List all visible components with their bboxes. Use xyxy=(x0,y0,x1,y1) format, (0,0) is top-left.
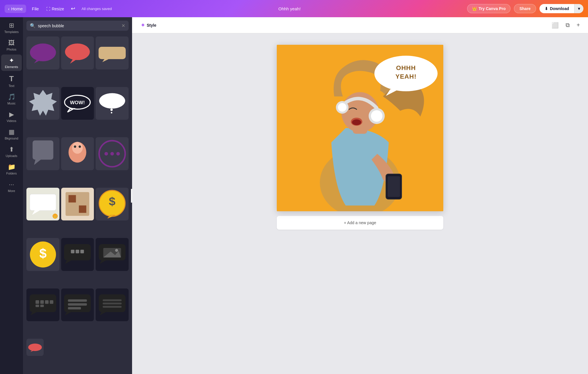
uploads-icon: ⬆ xyxy=(9,146,14,153)
sidebar-item-uploads[interactable]: ⬆ Uploads xyxy=(1,144,22,160)
svg-rect-37 xyxy=(71,250,74,253)
sidebar-item-elements-label: Elements xyxy=(5,65,18,69)
style-button[interactable]: ✦ Style xyxy=(138,20,159,30)
sidebar-item-photos-label: Photos xyxy=(7,48,16,51)
sidebar-item-more[interactable]: ··· More xyxy=(1,179,22,195)
elements-panel: 🔍 ✕ xyxy=(23,17,132,374)
svg-point-17 xyxy=(74,145,76,148)
panel-search-area: 🔍 ✕ xyxy=(23,17,132,34)
svg-rect-48 xyxy=(40,300,44,304)
add-page-button[interactable]: + Add a new page xyxy=(277,216,443,230)
sidebar-item-music[interactable]: 🎵 Music xyxy=(1,91,22,107)
hide-panel-button[interactable]: ‹ xyxy=(131,189,132,203)
list-item[interactable] xyxy=(61,36,94,69)
download-label: Download xyxy=(550,6,569,11)
list-item[interactable] xyxy=(26,137,59,170)
list-item[interactable] xyxy=(61,288,94,321)
videos-icon: ▶ xyxy=(9,111,14,118)
chevron-left-icon: ‹ xyxy=(8,6,9,11)
svg-rect-55 xyxy=(68,299,87,302)
list-item[interactable]: 👑 xyxy=(26,188,59,221)
pro-badge: 👑 xyxy=(53,214,58,219)
try-pro-button[interactable]: 👑 Try Canva Pro xyxy=(467,4,510,13)
svg-rect-73 xyxy=(388,176,400,197)
svg-point-10 xyxy=(99,93,125,109)
sidebar-item-elements[interactable]: ✦ Elements xyxy=(1,55,22,71)
auto-save-status: All changes saved xyxy=(82,7,112,11)
list-item[interactable]: WOW! xyxy=(61,87,94,120)
document-title[interactable] xyxy=(262,6,317,11)
list-item[interactable] xyxy=(61,188,94,221)
share-button[interactable]: Share xyxy=(514,4,536,13)
list-item[interactable] xyxy=(96,238,129,271)
svg-marker-3 xyxy=(70,59,78,64)
file-button[interactable]: File xyxy=(30,5,41,13)
folders-icon: 📁 xyxy=(8,163,16,171)
resize-icon-button[interactable]: ⛶ Resize xyxy=(45,4,66,13)
svg-point-69 xyxy=(371,110,382,122)
style-sparkle-icon: ✦ xyxy=(141,22,145,28)
list-item[interactable]: $ xyxy=(96,188,129,221)
resize-label: Resize xyxy=(52,7,64,11)
canvas-toolbar-actions: ⬜ ⧉ + xyxy=(549,21,582,30)
elements-icon: ✦ xyxy=(9,57,14,64)
svg-rect-62 xyxy=(103,306,122,308)
svg-rect-39 xyxy=(80,250,84,253)
search-icon: 🔍 xyxy=(30,23,36,28)
svg-point-44 xyxy=(115,249,118,252)
svg-rect-4 xyxy=(98,47,126,59)
sidebar-item-folders-label: Folders xyxy=(6,172,17,175)
canvas-page[interactable]: OHHH YEAH! xyxy=(277,45,443,211)
search-box: 🔍 ✕ xyxy=(26,21,129,31)
sidebar-item-videos-label: Videos xyxy=(7,119,16,123)
add-page-toolbar-button[interactable]: + xyxy=(574,21,582,30)
home-button[interactable]: ‹ Home xyxy=(5,5,26,13)
undo-button[interactable]: ↩ xyxy=(69,4,77,13)
frame-button[interactable]: ⬜ xyxy=(549,21,561,30)
sidebar-item-background[interactable]: ▦ Bkground xyxy=(1,126,22,142)
list-item[interactable] xyxy=(96,137,129,170)
sidebar-item-templates-label: Templates xyxy=(4,30,19,34)
resize-icon: ⛶ xyxy=(46,7,50,11)
music-icon: 🎵 xyxy=(8,93,16,101)
svg-text:WOW!: WOW! xyxy=(70,100,85,105)
download-dropdown-button[interactable]: ▾ xyxy=(574,4,583,13)
sidebar-item-videos[interactable]: ▶ Videos xyxy=(1,108,22,125)
list-item[interactable] xyxy=(96,288,129,321)
list-item[interactable] xyxy=(26,87,59,120)
svg-marker-24 xyxy=(32,210,40,215)
clear-search-button[interactable]: ✕ xyxy=(121,23,125,28)
list-item[interactable] xyxy=(61,238,94,271)
copy-button[interactable]: ⧉ xyxy=(563,21,572,30)
canvas-area: ✦ Style ⬜ ⧉ + xyxy=(132,17,588,374)
svg-rect-49 xyxy=(45,300,49,304)
list-item[interactable] xyxy=(96,87,129,120)
top-nav: ‹ Home File ⛶ Resize ↩ All changes saved… xyxy=(0,0,588,17)
list-item[interactable] xyxy=(26,36,59,69)
svg-rect-27 xyxy=(79,195,86,203)
svg-rect-51 xyxy=(36,305,39,307)
sidebar-item-templates[interactable]: ⊞ Templates xyxy=(1,20,22,36)
download-main-button[interactable]: ⬇ Download xyxy=(539,4,574,13)
svg-rect-57 xyxy=(68,307,81,309)
download-icon: ⬇ xyxy=(545,6,548,11)
list-item[interactable]: $ xyxy=(26,238,59,271)
svg-rect-26 xyxy=(69,195,76,203)
search-input[interactable] xyxy=(38,24,119,28)
list-item[interactable] xyxy=(26,339,44,356)
list-item[interactable] xyxy=(96,36,129,69)
list-item[interactable] xyxy=(26,288,59,321)
svg-point-2 xyxy=(65,43,90,60)
svg-point-75 xyxy=(352,119,361,125)
left-sidebar: ⊞ Templates 🖼 Photos ✦ Elements T Text 🎵… xyxy=(0,17,23,374)
sidebar-item-text-label: Text xyxy=(9,84,14,88)
elements-grid: WOW! xyxy=(23,34,132,374)
svg-point-71 xyxy=(338,103,347,112)
sidebar-item-photos[interactable]: 🖼 Photos xyxy=(1,37,22,53)
sidebar-item-text[interactable]: T Text xyxy=(1,72,22,90)
canvas-scroll-area[interactable]: OHHH YEAH! + Add a new page xyxy=(132,33,588,374)
svg-marker-5 xyxy=(102,59,110,62)
sidebar-item-folders[interactable]: 📁 Folders xyxy=(1,161,22,177)
svg-marker-6 xyxy=(29,90,57,116)
list-item[interactable] xyxy=(61,137,94,170)
